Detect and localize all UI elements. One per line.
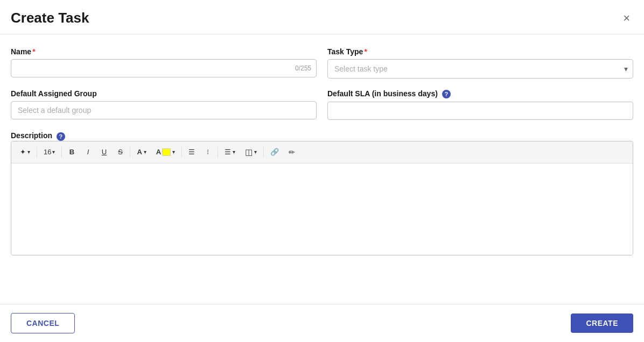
unordered-list-icon: ⁝ (207, 148, 209, 156)
separator-4 (181, 147, 182, 158)
align-caret-icon: ▾ (233, 149, 235, 155)
bold-button[interactable]: B (64, 145, 79, 159)
table-icon: ◫ (245, 147, 253, 157)
table-button[interactable]: ◫ ▾ (241, 145, 261, 160)
ordered-list-icon: ☰ (188, 148, 195, 156)
link-icon: 🔗 (270, 148, 279, 156)
editor-toolbar: ✦ ▾ 16 ▾ B I (11, 141, 633, 163)
text-color-button[interactable]: A ▾ (132, 145, 150, 159)
separator-1 (37, 147, 37, 158)
form-row-2: Default Assigned Group Default SLA (in b… (11, 89, 633, 120)
magic-icon: ✦ (20, 148, 26, 156)
separator-5 (218, 147, 218, 158)
default-group-group: Default Assigned Group (11, 89, 317, 120)
ordered-list-button[interactable]: ☰ (184, 145, 199, 159)
dialog-title: Create Task (11, 10, 89, 26)
eraser-button[interactable]: ✏ (284, 145, 299, 159)
separator-2 (61, 147, 62, 158)
align-button[interactable]: ☰ ▾ (220, 145, 240, 159)
underline-button[interactable]: U (96, 145, 111, 159)
default-sla-label: Default SLA (in business days) ? (327, 89, 633, 98)
default-group-input[interactable] (11, 101, 317, 119)
description-label: Description ? (11, 131, 65, 140)
text-color-A: A (137, 148, 142, 156)
close-button[interactable]: × (620, 11, 633, 25)
description-help-icon[interactable]: ? (57, 132, 65, 141)
dialog-footer: CANCEL CREATE (0, 304, 644, 342)
magic-toolbar-button[interactable]: ✦ ▾ (16, 145, 34, 159)
link-button[interactable]: 🔗 (266, 145, 283, 159)
task-type-label: Task Type* (327, 47, 633, 56)
font-size-caret-icon: ▾ (52, 149, 55, 155)
highlight-caret-icon: ▾ (172, 149, 175, 155)
highlight-color-button[interactable]: A ▾ (152, 145, 179, 159)
editor-container: ✦ ▾ 16 ▾ B I (11, 141, 633, 255)
default-sla-group: Default SLA (in business days) ? (327, 89, 633, 120)
font-size-button[interactable]: 16 ▾ (39, 145, 59, 159)
task-type-required: * (364, 47, 367, 56)
sla-help-icon[interactable]: ? (442, 90, 451, 98)
highlight-color-swatch (162, 148, 171, 156)
default-group-label: Default Assigned Group (11, 89, 317, 98)
name-input[interactable] (11, 59, 317, 77)
strikethrough-button[interactable]: S (113, 145, 128, 159)
task-type-select-wrapper: Select task type ▾ (327, 59, 633, 79)
name-label: Name* (11, 47, 317, 56)
editor-content-area[interactable] (11, 163, 633, 255)
name-required: * (32, 47, 35, 56)
cancel-button[interactable]: CANCEL (11, 313, 75, 333)
text-color-caret-icon: ▾ (144, 149, 146, 155)
create-button[interactable]: CREATE (571, 314, 633, 333)
name-input-wrapper: 0/255 (11, 59, 317, 77)
magic-caret-icon: ▾ (27, 149, 30, 155)
description-section: Description ? ✦ ▾ 16 ▾ (11, 131, 633, 255)
separator-3 (130, 147, 130, 158)
dialog-body: Name* 0/255 Task Type* Select task type … (0, 34, 644, 304)
task-type-group: Task Type* Select task type ▾ (327, 47, 633, 79)
italic-button[interactable]: I (80, 145, 95, 159)
font-size-value: 16 (44, 148, 51, 156)
dialog-header: Create Task × (0, 0, 644, 34)
name-counter: 0/255 (295, 65, 311, 72)
create-task-dialog: Create Task × Name* 0/255 Task Type* (0, 0, 644, 342)
highlight-A-label: A (156, 148, 161, 156)
task-type-select[interactable]: Select task type (327, 59, 633, 79)
align-icon: ☰ (225, 148, 231, 156)
form-row-1: Name* 0/255 Task Type* Select task type … (11, 47, 633, 79)
separator-6 (263, 147, 264, 158)
name-group: Name* 0/255 (11, 47, 317, 79)
unordered-list-button[interactable]: ⁝ (200, 145, 215, 159)
eraser-icon: ✏ (289, 148, 295, 156)
table-caret-icon: ▾ (254, 149, 257, 155)
default-sla-input[interactable] (327, 102, 633, 120)
